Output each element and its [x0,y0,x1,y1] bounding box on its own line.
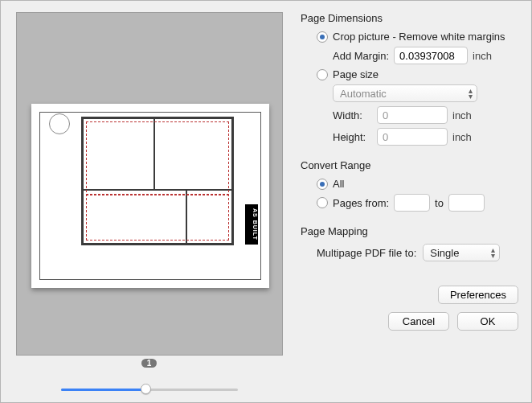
crop-radio[interactable] [317,31,328,43]
pages-to-input[interactable] [448,194,485,212]
page-size-select-row: Automatic ▴▾ [301,84,518,102]
all-radio[interactable] [317,179,328,190]
add-margin-row: Add Margin: inch [301,47,518,64]
page-indicator: 1 [141,359,158,368]
preview-viewport[interactable]: AS BUILT [16,12,283,356]
settings-panel: Page Dimensions Crop picture - Remove wh… [286,1,531,402]
multipage-label: Multipage PDF file to: [317,247,416,259]
page-size-radio[interactable] [317,69,328,80]
height-unit: inch [452,131,472,143]
multipage-row: Multipage PDF file to: Single ▴▾ [301,244,518,261]
preview-pane: AS BUILT 1 [1,1,286,402]
height-label: Height: [333,131,377,143]
zoom-thumb[interactable] [141,384,151,394]
compass-icon [49,113,70,134]
ok-button[interactable]: OK [457,312,518,331]
add-margin-unit: inch [473,50,492,62]
pages-from-input[interactable] [394,194,430,212]
zoom-fill [61,389,146,391]
page-size-label: Page size [333,68,379,80]
zoom-slider[interactable] [61,382,238,398]
page-mapping-title: Page Mapping [301,225,518,237]
pages-to-label: to [435,197,444,209]
add-margin-label: Add Margin: [333,50,389,62]
height-input[interactable] [377,128,448,146]
all-option-row[interactable]: All [301,178,518,190]
floor-plan [81,117,234,245]
crop-label: Crop picture - Remove white margins [333,31,505,43]
page-dimensions-title: Page Dimensions [301,12,518,24]
as-built-stamp: AS BUILT [245,204,258,245]
width-label: Width: [333,109,377,121]
chevron-updown-icon: ▴▾ [491,247,495,258]
cancel-button[interactable]: Cancel [388,312,449,331]
page-size-select-value: Automatic [340,88,387,100]
chevron-updown-icon: ▴▾ [469,88,473,99]
preview-page: AS BUILT [31,104,269,288]
preferences-button[interactable]: Preferences [438,286,518,304]
page-size-select[interactable]: Automatic ▴▾ [333,84,477,102]
pages-option-row[interactable]: Pages from: to [301,194,518,212]
all-label: All [333,178,344,190]
add-margin-input[interactable] [394,47,468,64]
page-size-option-row[interactable]: Page size [301,68,518,80]
height-row: Height: inch [301,128,518,146]
pdf-options-dialog: AS BUILT 1 Page Dimensions Crop picture … [0,0,532,403]
multipage-select[interactable]: Single ▴▾ [423,244,500,261]
width-input[interactable] [377,106,448,124]
multipage-select-value: Single [430,247,459,259]
pages-radio[interactable] [317,197,328,208]
pages-from-label: Pages from: [333,197,389,209]
width-row: Width: inch [301,106,518,124]
convert-range-title: Convert Range [301,159,518,171]
crop-option-row[interactable]: Crop picture - Remove white margins [301,31,518,43]
width-unit: inch [452,109,472,121]
